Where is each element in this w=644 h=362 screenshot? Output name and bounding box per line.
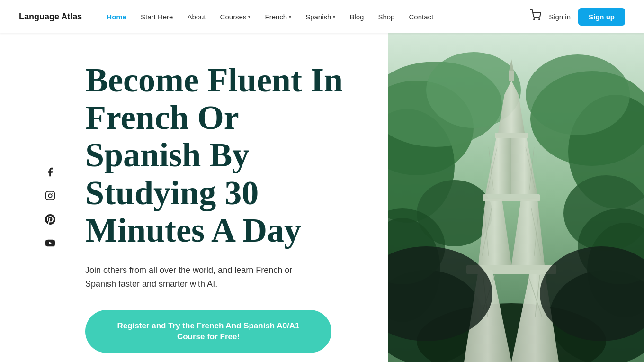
cart-icon[interactable]	[530, 9, 541, 24]
nav-spanish[interactable]: Spanish ▾	[300, 10, 341, 24]
svg-point-12	[526, 54, 630, 135]
instagram-icon[interactable]	[43, 188, 58, 203]
site-logo[interactable]: Language Atlas	[19, 12, 82, 22]
eiffel-bg	[379, 33, 644, 362]
nav-home[interactable]: Home	[101, 10, 132, 24]
svg-point-0	[534, 19, 535, 20]
nav-contact[interactable]: Contact	[403, 10, 439, 24]
nav-courses[interactable]: Courses ▾	[215, 10, 257, 24]
navbar: Language Atlas Home Start Here About Cou…	[0, 0, 644, 33]
spanish-chevron-icon: ▾	[333, 14, 335, 19]
svg-rect-22	[495, 133, 528, 138]
svg-rect-23	[509, 71, 514, 81]
nav-blog[interactable]: Blog	[344, 10, 369, 24]
nav-start-here[interactable]: Start Here	[135, 10, 179, 24]
hero-heading: Become Fluent In French Or Spanish By St…	[85, 62, 360, 249]
youtube-icon[interactable]	[43, 235, 58, 251]
hero-section: Become Fluent In French Or Spanish By St…	[0, 33, 644, 362]
pinterest-icon[interactable]	[43, 212, 58, 227]
nav-shop[interactable]: Shop	[372, 10, 400, 24]
svg-rect-21	[483, 194, 540, 201]
svg-point-1	[539, 19, 540, 20]
svg-rect-2	[46, 191, 54, 199]
facebook-icon[interactable]	[43, 164, 58, 180]
sign-in-link[interactable]: Sign in	[549, 13, 571, 21]
sign-up-button[interactable]: Sign up	[578, 8, 625, 26]
hero-image	[379, 33, 644, 362]
french-chevron-icon: ▾	[289, 14, 291, 19]
nav-french[interactable]: French ▾	[259, 10, 297, 24]
courses-chevron-icon: ▾	[248, 14, 250, 19]
nav-about[interactable]: About	[181, 10, 211, 24]
hero-subtext: Join others from all over the world, and…	[85, 263, 322, 291]
nav-right: Sign in Sign up	[530, 8, 625, 26]
hero-content: Become Fluent In French Or Spanish By St…	[0, 33, 388, 362]
cta-button[interactable]: Register and Try the French And Spanish …	[85, 310, 331, 353]
nav-links: Home Start Here About Courses ▾ French ▾…	[101, 10, 530, 24]
social-sidebar	[43, 164, 58, 251]
